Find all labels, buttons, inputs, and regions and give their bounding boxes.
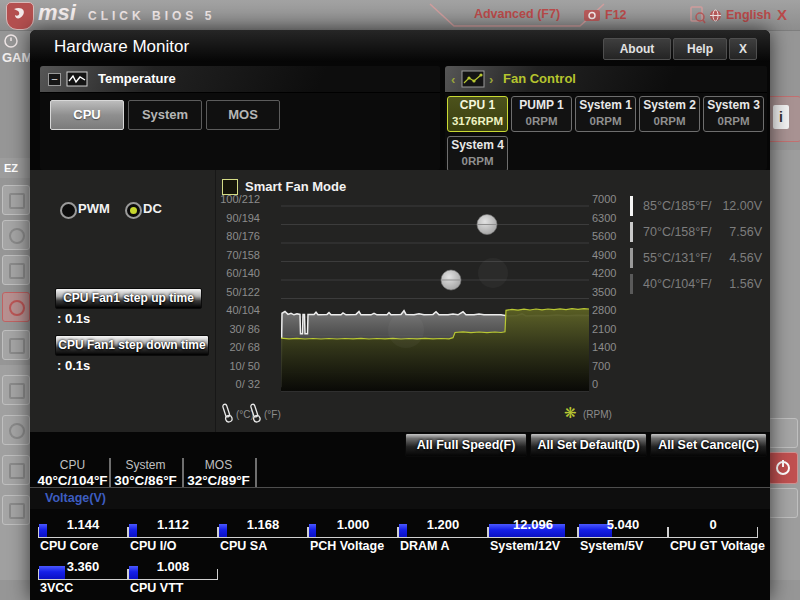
- rpm-legend: (RPM): [583, 409, 612, 420]
- dc-label: DC: [143, 201, 162, 216]
- voltage-cell-pch-voltage: 1.000PCH Voltage: [308, 512, 398, 552]
- threshold-level-bar: [630, 274, 633, 294]
- voltage-label: PCH Voltage: [310, 539, 384, 553]
- fan-button-cpu-1[interactable]: CPU 13176RPM: [447, 96, 508, 132]
- voltage-value: 1.200: [398, 517, 488, 532]
- watermark-bubble: [478, 258, 508, 288]
- threshold-level-bar: [630, 248, 633, 268]
- fan-name: System 1: [576, 97, 635, 114]
- advanced-mode-button[interactable]: Advanced (F7): [428, 7, 606, 21]
- dialog-close-button[interactable]: X: [729, 38, 757, 60]
- gaming-label: GAMI: [2, 50, 30, 65]
- power-button[interactable]: [768, 452, 798, 484]
- dc-radio[interactable]: [125, 202, 142, 219]
- temp-axis-tick: 30/ 86: [218, 322, 260, 336]
- fan-rpm: 3176RPM: [448, 114, 507, 128]
- pwm-label: PWM: [78, 201, 110, 216]
- voltage-meter: 0: [668, 512, 758, 538]
- threshold-temp: 85°C/185°F/: [643, 199, 711, 213]
- step-down-time-button[interactable]: CPU Fan1 step down time: [55, 335, 209, 356]
- collapse-icon[interactable]: –: [48, 73, 61, 86]
- sidebar-icon-hardware-monitor-active[interactable]: [2, 292, 30, 322]
- screenshot-camera-icon[interactable]: [583, 8, 601, 22]
- info-button[interactable]: i: [766, 96, 800, 142]
- waveform-icon: [66, 71, 88, 87]
- step-up-time-button[interactable]: CPU Fan1 step up time: [55, 288, 202, 309]
- sidebar-icon-misc[interactable]: [2, 495, 30, 525]
- fan-rpm: 0RPM: [512, 114, 571, 128]
- voltage-meter: 1.112: [128, 512, 218, 538]
- language-button[interactable]: English: [726, 8, 771, 22]
- voltage-cell-cpu-core: 1.144CPU Core: [38, 512, 128, 552]
- sidebar-icon-settings[interactable]: [2, 220, 30, 250]
- rpm-axis-tick: 4200: [592, 266, 616, 280]
- thermometer-fahrenheit-icon: [248, 402, 262, 424]
- fan-control-prev-icon[interactable]: ‹: [451, 72, 455, 87]
- fan-button-system-2[interactable]: System 20RPM: [639, 96, 700, 132]
- voltage-value: 1.000: [308, 517, 398, 532]
- sidebar-icon-gamepad[interactable]: [2, 375, 30, 405]
- voltage-cell-cpu-sa: 1.168CPU SA: [218, 512, 308, 552]
- threshold-volt: 1.56V: [729, 277, 762, 291]
- sidebar-icon-board[interactable]: [2, 330, 30, 360]
- voltage-value: 3.360: [38, 559, 128, 574]
- voltage-value: 0: [668, 517, 758, 532]
- fan-icon: ❋: [564, 405, 577, 420]
- threshold-volt: 4.56V: [729, 251, 762, 265]
- voltage-label: CPU SA: [220, 539, 267, 553]
- tab-mos[interactable]: MOS: [206, 100, 280, 130]
- fan-buttons: CPU 13176RPMPUMP 10RPMSystem 10RPMSystem…: [447, 96, 765, 172]
- screen: msi CLICK BIOS 5 Advanced (F7) F12 Engli…: [0, 0, 800, 600]
- fan-button-system-3[interactable]: System 30RPM: [703, 96, 764, 132]
- fan-button-system-1[interactable]: System 10RPM: [575, 96, 636, 132]
- pwm-radio[interactable]: [60, 202, 77, 219]
- tab-cpu[interactable]: CPU: [50, 100, 124, 130]
- about-button[interactable]: About: [603, 38, 671, 60]
- threshold-row: 85°C/185°F/12.00V: [630, 195, 762, 217]
- fan-rpm: 0RPM: [640, 114, 699, 128]
- voltage-cell-cpu-vtt: 1.008CPU VTT: [128, 554, 218, 594]
- help-doc-icon[interactable]: [690, 6, 706, 24]
- bios-top-bar: msi CLICK BIOS 5 Advanced (F7) F12 Engli…: [0, 0, 800, 31]
- summary-system: System30°C/86°F: [109, 458, 182, 489]
- msi-logo-shield: [6, 2, 34, 30]
- sidebar-icon-tools[interactable]: [2, 255, 30, 285]
- sidebar-icon-memory[interactable]: [2, 455, 30, 485]
- voltage-meter: 1.168: [218, 512, 308, 538]
- rpm-axis-tick: 700: [592, 359, 610, 373]
- ez-mode-label[interactable]: EZ: [0, 158, 30, 178]
- voltage-value: 1.144: [38, 517, 128, 532]
- voltage-meter: 1.008: [128, 554, 218, 580]
- fan-button-system-4[interactable]: System 40RPM: [447, 136, 508, 172]
- sidebar-icon-profile[interactable]: [2, 415, 30, 445]
- voltage-cell-system-12v: 12.096System/12V: [488, 512, 578, 552]
- temp-axis-tick: 50/122: [218, 285, 260, 299]
- temperature-tabs: CPUSystemMOS: [50, 100, 280, 130]
- threshold-row: 55°C/131°F/4.56V: [630, 247, 762, 269]
- clock-icon: [4, 34, 18, 48]
- voltage-label: CPU VTT: [130, 581, 183, 595]
- fan-rpm: 0RPM: [448, 154, 507, 168]
- right-icon-restore[interactable]: [768, 418, 798, 448]
- voltage-cell-system-5v: 5.040System/5V: [578, 512, 668, 552]
- fahrenheit-legend: (°F): [264, 409, 281, 420]
- action-button-all-set-default-d-[interactable]: All Set Default(D): [530, 433, 647, 457]
- help-button[interactable]: Help: [673, 38, 727, 60]
- sidebar-icon-display[interactable]: [2, 185, 30, 215]
- summary-cpu: CPU40°C/104°F: [36, 458, 109, 489]
- fan-button-pump-1[interactable]: PUMP 10RPM: [511, 96, 572, 132]
- tab-system[interactable]: System: [128, 100, 202, 130]
- fan-rpm: 0RPM: [576, 114, 635, 128]
- threshold-row: 70°C/158°F/7.56V: [630, 221, 762, 243]
- summary-name: System: [109, 458, 182, 472]
- brand-click-bios: CLICK BIOS 5: [88, 9, 215, 23]
- temperature-panel-header: – Temperature: [40, 66, 440, 93]
- right-icon-save[interactable]: [768, 488, 798, 518]
- voltage-value: 1.112: [128, 517, 218, 532]
- action-button-all-set-cancel-c-[interactable]: All Set Cancel(C): [650, 433, 767, 457]
- action-button-all-full-speed-f-[interactable]: All Full Speed(F): [405, 433, 527, 457]
- bios-close-button[interactable]: X: [777, 6, 787, 23]
- rpm-axis-tick: 2100: [592, 322, 616, 336]
- hardware-monitor-dialog: Hardware Monitor About Help X – Temperat…: [30, 30, 770, 600]
- fan-control-next-icon[interactable]: ›: [489, 72, 493, 87]
